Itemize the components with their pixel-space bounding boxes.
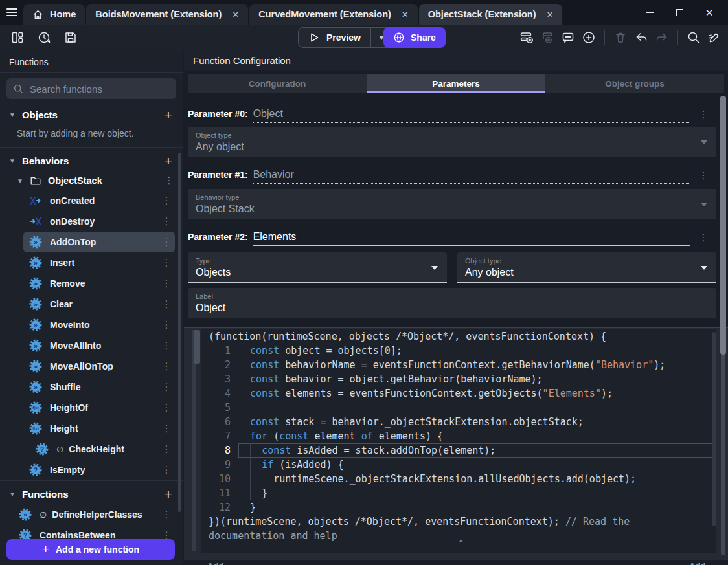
edit-button[interactable] — [706, 29, 723, 46]
code-line-12[interactable]: 12 } — [201, 500, 716, 515]
sidebar-item-heightof[interactable]: f(x)HeightOf⋮ — [23, 397, 175, 418]
code-text[interactable]: for (const element of elements) { — [238, 429, 716, 443]
sidebar-item-checkheight[interactable]: ?∅CheckHeight⋮ — [30, 439, 175, 460]
sidebar-scrollbar-thumb[interactable] — [178, 153, 181, 512]
close-tab-icon[interactable]: ✕ — [402, 10, 409, 19]
code-line-11[interactable]: 11 } — [201, 486, 716, 500]
code-text[interactable]: const stack = behavior._objectStackExten… — [238, 415, 716, 429]
sidebar-item-moveallontop[interactable]: »MoveAllOnTop⋮ — [23, 356, 175, 377]
undo-button[interactable] — [633, 29, 650, 46]
item-menu-button[interactable]: ⋮ — [161, 340, 172, 351]
minimize-button[interactable] — [635, 0, 665, 25]
object-type-select[interactable]: Object type Any object — [188, 127, 716, 157]
parameter-menu-button[interactable]: ⋮ — [690, 109, 716, 123]
code-text[interactable]: } — [238, 500, 716, 515]
delete-button[interactable] — [612, 29, 629, 46]
code-text[interactable]: const behaviorName = eventsFunctionConte… — [238, 358, 716, 372]
sidebar-item-insert[interactable]: »Insert⋮ — [23, 252, 175, 273]
sidebar-item-isempty[interactable]: ?IsEmpty⋮ — [23, 460, 175, 480]
sidebar-item-moveinto[interactable]: »MoveInto⋮ — [23, 315, 175, 335]
add-behavior-button[interactable]: + — [162, 154, 175, 168]
search-button[interactable] — [685, 29, 702, 46]
sidebar-item-height[interactable]: f(x)Height⋮ — [23, 418, 175, 439]
sidebar-item-remove[interactable]: »Remove⋮ — [23, 273, 175, 294]
redo-button[interactable] — [654, 29, 670, 46]
maximize-button[interactable] — [665, 0, 694, 25]
item-menu-button[interactable]: ⋮ — [161, 298, 172, 310]
parameter-menu-button[interactable]: ⋮ — [690, 232, 716, 246]
code-line-7[interactable]: 7 for (const element of elements) { — [201, 429, 716, 443]
search-input[interactable] — [30, 83, 170, 94]
sidebar-item-ondestroy[interactable]: onDestroy⋮ — [23, 211, 175, 232]
section-functions[interactable]: ▼ Functions + — [0, 483, 183, 504]
close-button[interactable]: ✕ — [694, 0, 724, 25]
add-comment-button[interactable] — [560, 29, 576, 46]
behavior-group-objectstack[interactable]: ▼ ObjectStack ⋮ — [0, 171, 183, 190]
close-tab-icon[interactable]: ✕ — [547, 10, 554, 19]
tab-configuration[interactable]: Configuration — [188, 74, 367, 93]
code-line-3[interactable]: 3 const behavior = object.getBehavior(be… — [201, 372, 716, 386]
code-text[interactable]: const elements = eventsFunctionContext.g… — [238, 386, 716, 401]
sidebar-item-shuffle[interactable]: »Shuffle⋮ — [23, 377, 175, 397]
code-line-9[interactable]: 9 if (isAdded) { — [201, 458, 716, 472]
tab-parameters[interactable]: Parameters — [367, 74, 545, 93]
item-menu-button[interactable]: ⋮ — [161, 257, 172, 269]
item-menu-button[interactable]: ⋮ — [161, 360, 172, 372]
code-line-8[interactable]: 8 const isAdded = stack.addOnTop(element… — [201, 443, 716, 458]
add-event-button[interactable] — [518, 29, 535, 46]
main-menu-button[interactable] — [0, 0, 23, 25]
sidebar-item-oncreated[interactable]: onCreated⋮ — [23, 190, 175, 211]
code-scrollbar-thumb[interactable] — [712, 332, 716, 526]
code-text[interactable]: const isAdded = stack.addOnTop(element); — [238, 443, 716, 458]
item-menu-button[interactable]: ⋮ — [161, 443, 172, 455]
object-type-select-2[interactable]: Object type Any object — [457, 252, 716, 283]
item-menu-button[interactable]: ⋮ — [161, 423, 172, 434]
tab-curvedmovement-extension[interactable]: CurvedMovement (Extension) ✕ — [249, 4, 418, 25]
close-tab-icon[interactable]: ✕ — [232, 10, 239, 19]
preview-button[interactable]: Preview ▼ — [298, 27, 392, 48]
javascript-code-editor[interactable]: (function(runtimeScene, objects /*Object… — [201, 329, 716, 553]
type-select[interactable]: Type Objects — [188, 252, 447, 283]
add-new-function-button[interactable]: + Add a new function — [6, 539, 175, 560]
group-menu-button[interactable]: ⋮ — [163, 175, 175, 186]
tab-boidsmovement-extension[interactable]: BoidsMovement (Extension) ✕ — [86, 4, 248, 25]
sidebar-item-moveallinto[interactable]: »MoveAllInto⋮ — [23, 335, 175, 356]
behavior-type-select[interactable]: Behavior type Object Stack — [188, 189, 716, 219]
item-menu-button[interactable]: ⋮ — [161, 402, 172, 414]
parameter-name-field[interactable]: Behavior — [253, 169, 690, 184]
code-line-5[interactable]: 5 — [201, 401, 716, 415]
section-objects[interactable]: ▼ Objects + — [0, 104, 183, 125]
code-text[interactable] — [238, 401, 716, 415]
item-menu-button[interactable]: ⋮ — [161, 464, 172, 476]
code-line-4[interactable]: 4 const elements = eventsFunctionContext… — [201, 386, 716, 401]
share-button[interactable]: Share — [383, 27, 446, 48]
code-text[interactable]: if (isAdded) { — [238, 458, 716, 472]
item-menu-button[interactable]: ⋮ — [161, 381, 172, 393]
item-menu-button[interactable]: ⋮ — [161, 278, 172, 289]
documentation-link[interactable]: documentation and help — [209, 530, 337, 542]
sidebar-item-definehelperclasses[interactable]: »∅DefineHelperClasses⋮ — [13, 504, 175, 525]
documentation-link[interactable]: Read the — [583, 516, 630, 527]
history-button[interactable] — [36, 29, 52, 46]
parameter-name-field[interactable]: Elements — [253, 231, 690, 246]
code-line-1[interactable]: 1 const object = objects[0]; — [201, 344, 716, 358]
code-line-6[interactable]: 6 const stack = behavior._objectStackExt… — [201, 415, 716, 429]
events-scrollbar-thumb[interactable] — [721, 333, 725, 555]
add-object-button[interactable]: + — [162, 108, 175, 122]
search-box[interactable] — [6, 78, 176, 99]
code-line-10[interactable]: 10 runtimeScene._objectStackExtension.al… — [201, 472, 716, 486]
add-sub-event-button[interactable] — [539, 29, 556, 46]
event-scrollbar-thumb[interactable] — [194, 330, 200, 364]
sidebar-item-clear[interactable]: »Clear⋮ — [23, 294, 175, 315]
parameter-name-field[interactable]: Object — [253, 108, 690, 123]
panels-layout-button[interactable] — [9, 29, 26, 46]
panel-scrollbar-thumb[interactable] — [720, 96, 726, 355]
label-text-field[interactable]: Label Object — [188, 288, 716, 318]
parameter-menu-button[interactable]: ⋮ — [690, 170, 716, 184]
item-menu-button[interactable]: ⋮ — [161, 509, 172, 520]
code-text[interactable]: } — [238, 486, 716, 500]
item-menu-button[interactable]: ⋮ — [161, 216, 172, 227]
code-text[interactable]: const behavior = object.getBehavior(beha… — [238, 372, 716, 386]
item-menu-button[interactable]: ⋮ — [161, 195, 172, 206]
add-other-event-button[interactable] — [580, 29, 597, 46]
